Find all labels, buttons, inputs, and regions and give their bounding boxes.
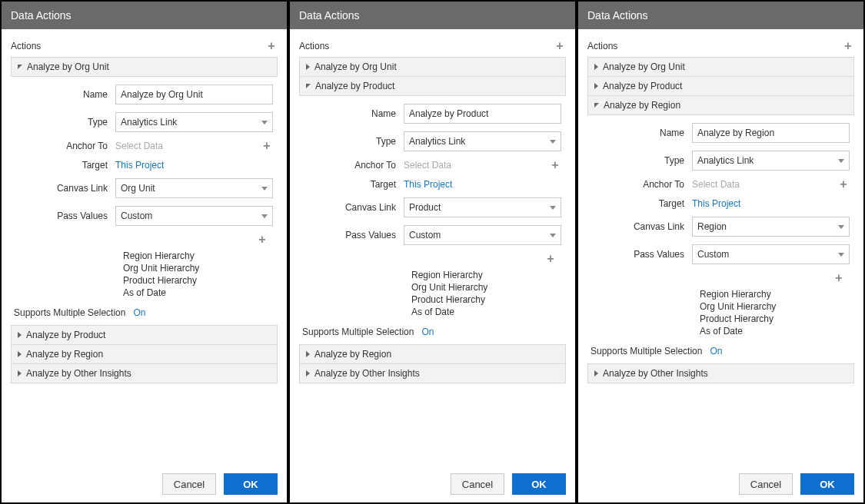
accordion-item[interactable]: Analyze by Product [11, 325, 278, 345]
accordion-item[interactable]: Analyze by Region [587, 95, 854, 115]
pass-value-item: Product Hierarchy [700, 313, 850, 324]
accordion-label: Analyze by Org Unit [27, 61, 109, 72]
ok-button[interactable]: OK [224, 473, 278, 495]
label-name: Name [304, 108, 404, 119]
pass-values-select[interactable]: Custom [115, 206, 273, 226]
accordion-label: Analyze by Product [26, 330, 105, 340]
add-pass-value-icon[interactable]: + [833, 272, 845, 284]
anchor-placeholder: Select Data [115, 141, 163, 151]
label-target: Target [304, 179, 404, 190]
label-passvalues: Pass Values [15, 211, 115, 221]
add-anchor-icon[interactable]: + [261, 140, 273, 152]
expanded-icon [594, 103, 599, 108]
add-action-icon[interactable]: + [265, 40, 278, 52]
supports-multi-value[interactable]: On [710, 346, 722, 356]
supports-multi-value[interactable]: On [421, 327, 434, 337]
canvas-link-select[interactable]: Org Unit [115, 178, 273, 198]
data-actions-panel: Data ActionsActions+Analyze by Org UnitA… [288, 0, 577, 504]
label-name: Name [592, 128, 692, 138]
collapsed-icon [594, 83, 598, 89]
type-select[interactable]: Analytics Link [404, 131, 561, 151]
collapsed-icon [594, 370, 598, 376]
accordion-item[interactable]: Analyze by Product [587, 76, 854, 96]
pass-values-select[interactable]: Custom [404, 225, 561, 245]
add-pass-value-icon[interactable]: + [544, 253, 557, 265]
canvas-link-value: Region [697, 221, 727, 232]
actions-label: Actions [299, 41, 329, 51]
add-action-icon[interactable]: + [842, 40, 854, 52]
accordion-label: Analyze by Org Unit [603, 61, 685, 72]
cancel-button[interactable]: Cancel [451, 473, 504, 495]
chevron-down-icon [838, 253, 844, 257]
pass-value-item: Region Hierarchy [123, 250, 273, 261]
panel-title: Data Actions [578, 2, 863, 29]
type-value: Analytics Link [409, 136, 465, 147]
canvas-link-select[interactable]: Region [692, 217, 850, 237]
action-form: NameTypeAnalytics LinkAnchor ToSelect Da… [299, 96, 566, 320]
accordion-item[interactable]: Analyze by Org Unit [299, 57, 566, 77]
pass-value-item: Org Unit Hierarchy [411, 282, 561, 293]
collapsed-icon [18, 370, 22, 376]
accordion-item[interactable]: Analyze by Product [299, 76, 566, 96]
collapsed-icon [306, 64, 310, 70]
cancel-button[interactable]: Cancel [162, 473, 216, 495]
accordion-item[interactable]: Analyze by Org Unit [587, 57, 854, 77]
pass-values-list: Region HierarchyOrg Unit HierarchyProduc… [123, 249, 273, 298]
collapsed-icon [594, 64, 598, 70]
ok-button[interactable]: OK [800, 473, 854, 495]
chevron-down-icon [550, 234, 556, 237]
expanded-icon [18, 65, 22, 69]
type-select[interactable]: Analytics Link [115, 112, 273, 132]
data-actions-panel: Data ActionsActions+Analyze by Org UnitA… [577, 0, 865, 504]
name-input[interactable] [692, 123, 850, 143]
name-input[interactable] [115, 85, 273, 104]
ok-button[interactable]: OK [512, 473, 566, 495]
target-link[interactable]: This Project [404, 179, 452, 190]
expanded-icon [306, 84, 311, 88]
label-passvalues: Pass Values [592, 249, 692, 260]
chevron-down-icon [261, 214, 268, 218]
accordion-label: Analyze by Other Insights [603, 368, 708, 379]
accordion-label: Analyze by Org Unit [314, 61, 397, 72]
pass-value-item: As of Date [123, 287, 273, 298]
add-anchor-icon[interactable]: + [549, 159, 561, 171]
add-action-icon[interactable]: + [554, 40, 566, 52]
pass-value-item: As of Date [411, 307, 561, 317]
pass-value-item: As of Date [700, 326, 850, 337]
accordion-label: Analyze by Region [314, 349, 391, 360]
add-anchor-icon[interactable]: + [837, 178, 850, 191]
type-value: Analytics Link [121, 117, 177, 128]
name-input[interactable] [404, 104, 561, 124]
accordion-label: Analyze by Other Insights [314, 368, 420, 379]
pass-values-list: Region HierarchyOrg Unit HierarchyProduc… [700, 287, 850, 337]
cancel-button[interactable]: Cancel [739, 473, 793, 495]
target-link[interactable]: This Project [692, 198, 740, 209]
pass-values-select[interactable]: Custom [692, 244, 850, 264]
canvas-link-value: Org Unit [121, 183, 155, 194]
chevron-down-icon [838, 225, 844, 229]
supports-multi-label: Supports Multiple Selection [302, 327, 414, 337]
type-select[interactable]: Analytics Link [692, 151, 850, 171]
target-link[interactable]: This Project [115, 160, 164, 171]
chevron-down-icon [261, 121, 268, 124]
accordion-item[interactable]: Analyze by Other Insights [11, 363, 278, 383]
canvas-link-select[interactable]: Product [404, 197, 561, 217]
chevron-down-icon [838, 159, 844, 163]
accordion-item[interactable]: Analyze by Region [11, 344, 278, 364]
accordion-item[interactable]: Analyze by Org Unit [11, 57, 278, 77]
pass-value-item: Org Unit Hierarchy [700, 301, 850, 312]
add-pass-value-icon[interactable]: + [256, 234, 268, 246]
collapsed-icon [18, 332, 22, 338]
canvas-link-value: Product [409, 202, 441, 213]
accordion-label: Analyze by Region [26, 349, 103, 360]
accordion-item[interactable]: Analyze by Other Insights [587, 363, 854, 383]
label-name: Name [15, 89, 115, 100]
accordion-item[interactable]: Analyze by Other Insights [299, 363, 566, 383]
pass-value-item: Region Hierarchy [411, 270, 561, 280]
supports-multi-value[interactable]: On [133, 307, 145, 318]
label-type: Type [592, 155, 692, 166]
label-passvalues: Pass Values [304, 230, 404, 240]
accordion-label: Analyze by Product [603, 81, 682, 91]
accordion-item[interactable]: Analyze by Region [299, 344, 566, 364]
supports-multi-label: Supports Multiple Selection [591, 346, 702, 356]
